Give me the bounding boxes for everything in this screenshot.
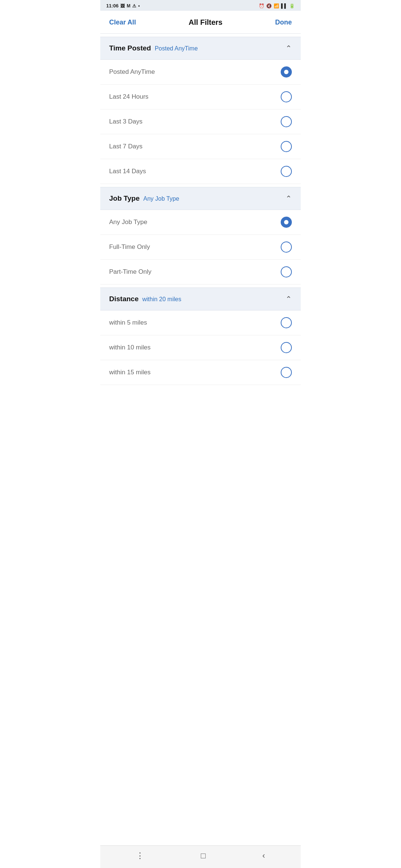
- option-last-3-days-radio[interactable]: [281, 116, 292, 127]
- back-nav-icon[interactable]: ‹: [262, 851, 265, 861]
- option-last-7-days-label: Last 7 Days: [109, 143, 143, 150]
- option-within-5-miles[interactable]: within 5 miles: [100, 310, 301, 335]
- distance-label: Distance: [109, 295, 138, 303]
- option-last-3-days[interactable]: Last 3 Days: [100, 109, 301, 134]
- distance-options: within 5 miles within 10 miles within 15…: [100, 310, 301, 385]
- job-type-options: Any Job Type Full-Time Only Part-Time On…: [100, 210, 301, 285]
- time-posted-header-left: Time Posted Posted AnyTime: [109, 44, 198, 52]
- time-posted-options: Posted AnyTime Last 24 Hours Last 3 Days…: [100, 60, 301, 184]
- wifi-icon: 📶: [274, 3, 279, 9]
- home-nav-icon[interactable]: □: [201, 851, 206, 861]
- option-last-24-hours-radio[interactable]: [281, 91, 292, 102]
- status-right: ⏰ 🔇 📶 ▌▌ 🔋: [259, 3, 295, 9]
- option-posted-anytime-radio[interactable]: [281, 66, 292, 78]
- signal-icon: ▌▌: [281, 3, 287, 9]
- option-within-15-miles[interactable]: within 15 miles: [100, 360, 301, 385]
- image-icon: 🖼: [120, 3, 125, 9]
- job-type-header-left: Job Type Any Job Type: [109, 194, 179, 203]
- option-any-job-type-label: Any Job Type: [109, 218, 147, 226]
- option-last-24-hours-label: Last 24 Hours: [109, 93, 149, 101]
- page-title: All Filters: [189, 18, 222, 27]
- option-last-3-days-label: Last 3 Days: [109, 118, 143, 125]
- option-posted-anytime[interactable]: Posted AnyTime: [100, 60, 301, 85]
- distance-value: within 20 miles: [142, 296, 181, 303]
- done-button[interactable]: Done: [275, 19, 292, 26]
- menu-nav-icon[interactable]: ⋮: [136, 851, 144, 861]
- time-posted-section-header[interactable]: Time Posted Posted AnyTime ⌃: [100, 37, 301, 60]
- gmail-icon: M: [127, 3, 130, 9]
- option-part-time-only-label: Part-Time Only: [109, 268, 151, 276]
- option-within-10-miles-radio[interactable]: [281, 342, 292, 353]
- status-time: 11:06: [106, 3, 118, 9]
- option-last-14-days[interactable]: Last 14 Days: [100, 159, 301, 184]
- option-within-5-miles-label: within 5 miles: [109, 319, 147, 326]
- option-full-time-only-radio[interactable]: [281, 241, 292, 253]
- status-bar: 11:06 🖼 M ⚠ • ⏰ 🔇 📶 ▌▌ 🔋: [100, 0, 301, 11]
- option-posted-anytime-label: Posted AnyTime: [109, 68, 155, 76]
- option-full-time-only[interactable]: Full-Time Only: [100, 235, 301, 260]
- alarm-icon: ⏰: [259, 3, 264, 9]
- time-posted-chevron-icon: ⌃: [286, 44, 292, 53]
- job-type-value: Any Job Type: [143, 195, 179, 202]
- option-full-time-only-label: Full-Time Only: [109, 243, 150, 251]
- time-posted-label: Time Posted: [109, 44, 151, 52]
- option-within-15-miles-label: within 15 miles: [109, 369, 151, 376]
- option-within-10-miles-label: within 10 miles: [109, 344, 151, 351]
- time-posted-value: Posted AnyTime: [155, 45, 198, 52]
- option-within-5-miles-radio[interactable]: [281, 317, 292, 328]
- nav-bar: ⋮ □ ‹: [100, 845, 301, 868]
- option-within-10-miles[interactable]: within 10 miles: [100, 335, 301, 360]
- mute-icon: 🔇: [266, 3, 272, 9]
- option-last-7-days[interactable]: Last 7 Days: [100, 134, 301, 159]
- battery-icon: 🔋: [289, 3, 295, 9]
- option-last-24-hours[interactable]: Last 24 Hours: [100, 85, 301, 109]
- option-last-7-days-radio[interactable]: [281, 141, 292, 152]
- job-type-chevron-icon: ⌃: [286, 194, 292, 203]
- option-part-time-only-radio[interactable]: [281, 266, 292, 277]
- option-last-14-days-label: Last 14 Days: [109, 168, 146, 175]
- header: Clear All All Filters Done: [100, 11, 301, 34]
- job-type-section-header[interactable]: Job Type Any Job Type ⌃: [100, 187, 301, 210]
- option-part-time-only[interactable]: Part-Time Only: [100, 260, 301, 285]
- clear-all-button[interactable]: Clear All: [109, 19, 136, 26]
- option-any-job-type-radio[interactable]: [281, 217, 292, 228]
- distance-section-header[interactable]: Distance within 20 miles ⌃: [100, 287, 301, 310]
- distance-header-left: Distance within 20 miles: [109, 295, 181, 303]
- job-type-label: Job Type: [109, 194, 140, 203]
- option-last-14-days-radio[interactable]: [281, 166, 292, 177]
- status-left: 11:06 🖼 M ⚠ •: [106, 3, 140, 9]
- option-any-job-type[interactable]: Any Job Type: [100, 210, 301, 235]
- warning-icon: ⚠: [132, 3, 136, 9]
- dot-icon: •: [138, 3, 140, 9]
- option-within-15-miles-radio[interactable]: [281, 367, 292, 378]
- distance-chevron-icon: ⌃: [286, 295, 292, 303]
